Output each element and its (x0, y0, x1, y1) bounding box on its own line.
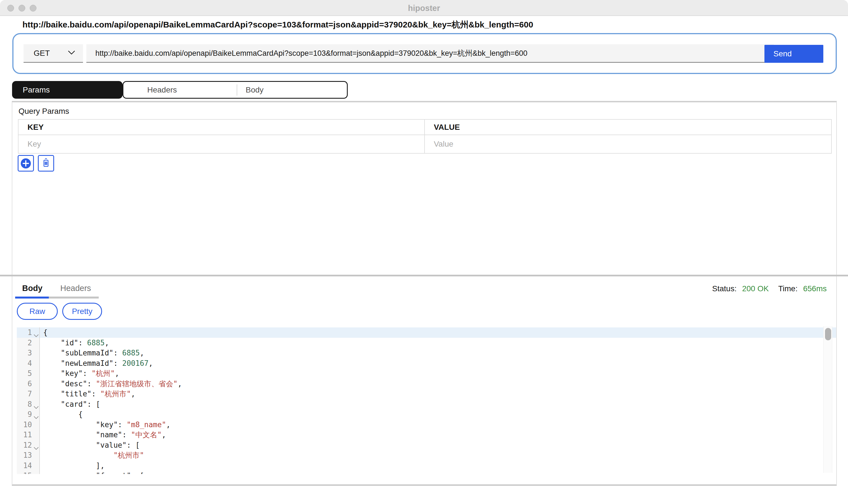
time-value: 656ms (803, 284, 827, 293)
active-tab-underline (15, 296, 49, 299)
collapse-chevron-icon[interactable] (34, 402, 39, 407)
code-text: "杭州市" (40, 450, 144, 461)
code-text: "card": [ (40, 399, 100, 410)
request-tabs-group: Headers Body (123, 81, 348, 99)
request-bar: GET Send (12, 33, 837, 74)
table-header-row: KEY VALUE (18, 120, 831, 135)
app-window: hiposter http://baike.baidu.com/api/open… (0, 0, 848, 504)
line-number-gutter: 15 (17, 471, 40, 474)
method-select-value: GET (34, 49, 50, 58)
table-row (18, 135, 831, 153)
url-input[interactable] (86, 44, 774, 63)
time-label: Time: (778, 284, 797, 293)
tab-body[interactable]: Body (246, 82, 264, 98)
code-text: "key": "m8_name", (40, 420, 171, 430)
query-params-title: Query Params (18, 107, 69, 116)
add-param-button[interactable] (18, 155, 34, 172)
trash-icon (41, 158, 51, 169)
line-number-gutter: 3 (17, 348, 40, 358)
query-params-panel: Query Params KEY VALUE (12, 101, 837, 275)
code-line-2: 2 "id": 6885, (17, 338, 836, 348)
param-value-input[interactable] (434, 135, 831, 153)
status-label: Status: (712, 284, 737, 293)
chevron-down-icon (68, 51, 75, 56)
code-line-13: 13 "杭州市" (17, 450, 836, 461)
code-line-15: 15 "format": [ (17, 471, 836, 474)
param-key-input[interactable] (28, 135, 424, 153)
code-line-10: 10 "key": "m8_name", (17, 420, 836, 430)
code-line-9: 9 { (17, 409, 836, 420)
line-number: 5 (17, 368, 39, 379)
response-body-viewer: 1{2 "id": 6885,3 "subLemmaId": 6885,4 "n… (17, 326, 836, 474)
raw-button[interactable]: Raw (17, 303, 58, 320)
line-number-gutter: 11 (17, 430, 40, 440)
code-text: "format": [ (40, 471, 144, 474)
line-number-gutter: 2 (17, 338, 40, 348)
response-tab-headers[interactable]: Headers (60, 284, 91, 293)
column-header-value: VALUE (425, 120, 831, 134)
code-line-8: 8 "card": [ (17, 399, 836, 410)
page: http://baike.baidu.com/api/openapi/Baike… (0, 17, 848, 504)
code-lines: 1{2 "id": 6885,3 "subLemmaId": 6885,4 "n… (17, 327, 836, 474)
code-text: "value": [ (40, 440, 140, 450)
code-line-7: 7 "title": "杭州市", (17, 389, 836, 399)
line-number-gutter: 1 (17, 327, 40, 338)
status-line: Status: 200 OK Time: 656ms (712, 284, 827, 293)
line-number: 10 (17, 420, 39, 430)
tab-divider (237, 84, 237, 95)
pretty-button[interactable]: Pretty (62, 303, 102, 320)
send-button[interactable]: Send (764, 45, 823, 63)
code-line-11: 11 "name": "中文名", (17, 430, 836, 440)
method-select[interactable]: GET (23, 44, 83, 63)
code-text: "desc": "浙江省辖地级市、省会", (40, 379, 182, 389)
collapse-chevron-icon[interactable] (34, 412, 39, 417)
line-number: 6 (17, 379, 39, 389)
delete-param-button[interactable] (38, 155, 54, 172)
tab-headers[interactable]: Headers (147, 82, 177, 98)
code-line-1: 1{ (17, 327, 836, 338)
code-line-14: 14 ], (17, 461, 836, 471)
line-number: 2 (17, 338, 39, 348)
line-number: 4 (17, 358, 39, 368)
line-number-gutter: 6 (17, 379, 40, 389)
code-line-5: 5 "key": "杭州", (17, 368, 836, 379)
request-url-heading: http://baike.baidu.com/api/openapi/Baike… (22, 19, 533, 31)
param-row-actions (18, 155, 54, 172)
code-text: "id": 6885, (40, 338, 109, 348)
code-text: "newLemmaId": 200167, (40, 358, 153, 368)
inactive-tab-underline (49, 296, 99, 299)
query-params-table: KEY VALUE (18, 119, 832, 154)
response-panel: Body Headers Status: 200 OK Time: 656ms … (12, 276, 837, 486)
line-number-gutter: 9 (17, 409, 40, 420)
line-number: 3 (17, 348, 39, 358)
window-title: hiposter (0, 4, 848, 13)
column-header-key: KEY (18, 120, 425, 134)
line-number-gutter: 7 (17, 389, 40, 399)
code-text: ], (40, 461, 105, 471)
code-line-12: 12 "value": [ (17, 440, 836, 450)
response-tab-body[interactable]: Body (22, 284, 42, 293)
line-number-gutter: 12 (17, 440, 40, 450)
line-number-gutter: 13 (17, 450, 40, 461)
code-text: "key": "杭州", (40, 368, 119, 379)
code-text: "subLemmaId": 6885, (40, 348, 144, 358)
code-text: { (40, 327, 48, 338)
line-number-gutter: 10 (17, 420, 40, 430)
collapse-chevron-icon[interactable] (34, 443, 39, 448)
collapse-chevron-icon[interactable] (34, 330, 39, 335)
tab-params[interactable]: Params (12, 81, 123, 99)
line-number-gutter: 14 (17, 461, 40, 471)
line-number-gutter: 5 (17, 368, 40, 379)
code-line-6: 6 "desc": "浙江省辖地级市、省会", (17, 379, 836, 389)
titlebar: hiposter (0, 0, 848, 16)
scrollbar-thumb[interactable] (825, 328, 831, 340)
vertical-scrollbar[interactable] (823, 326, 832, 473)
plus-icon (21, 158, 31, 168)
code-line-4: 4 "newLemmaId": 200167, (17, 358, 836, 368)
line-number: 7 (17, 389, 39, 399)
status-value: 200 OK (742, 284, 768, 293)
code-text: "name": "中文名", (40, 430, 166, 440)
line-number: 14 (17, 461, 39, 471)
code-text: "title": "杭州市", (40, 389, 135, 399)
line-number-gutter: 8 (17, 399, 40, 410)
